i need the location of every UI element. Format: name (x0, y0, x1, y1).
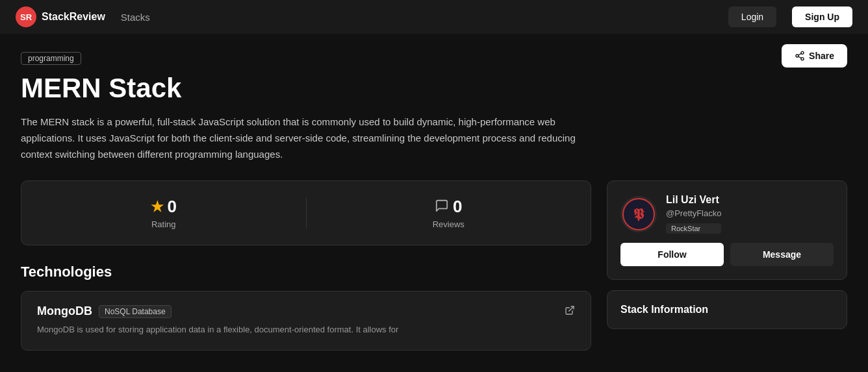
author-role-badge: RockStar (666, 223, 721, 234)
author-handle: @PrettyFlacko (666, 208, 721, 218)
logo-badge: SR (16, 6, 36, 27)
right-column: 𝕻 Lil Uzi Vert @PrettyFlacko RockStar Fo… (607, 180, 847, 329)
author-card: 𝕻 Lil Uzi Vert @PrettyFlacko RockStar Fo… (607, 180, 847, 280)
author-info: Lil Uzi Vert @PrettyFlacko RockStar (666, 194, 721, 234)
rating-stat: ★ 0 Rating (21, 197, 306, 229)
tech-tag: NoSQL Database (99, 305, 172, 318)
nav-stacks-link[interactable]: Stacks (121, 12, 150, 23)
tech-name: MongoDB (37, 304, 92, 318)
login-button[interactable]: Login (728, 6, 776, 27)
avatar: 𝕻 (620, 196, 657, 232)
stack-info-card: Stack Information (607, 290, 847, 329)
external-link-icon[interactable] (565, 305, 575, 318)
tech-name-row: MongoDB NoSQL Database (37, 304, 172, 318)
star-icon: ★ (151, 199, 164, 216)
rating-value-row: ★ 0 (151, 197, 177, 217)
technologies-heading: Technologies (21, 264, 591, 280)
stats-card: ★ 0 Rating 0 Reviews (21, 180, 591, 245)
stack-info-title: Stack Information (620, 304, 708, 315)
tech-header: MongoDB NoSQL Database (37, 304, 575, 318)
navbar: SR StackReview Stacks Login Sign Up (0, 0, 868, 34)
author-actions: Follow Message (620, 243, 834, 266)
signup-button[interactable]: Sign Up (792, 6, 852, 27)
page-description: The MERN stack is a powerful, full-stack… (21, 114, 586, 162)
page-content: programming MERN Stack The MERN stack is… (0, 34, 868, 369)
tech-description: MongoDB is used for storing application … (37, 323, 575, 337)
svg-line-5 (569, 306, 574, 311)
brand-name: StackReview (42, 11, 105, 23)
follow-button[interactable]: Follow (620, 243, 724, 266)
page-title: MERN Stack (21, 73, 847, 104)
reviews-stat: 0 Reviews (307, 197, 591, 229)
left-column: ★ 0 Rating 0 Reviews (21, 180, 591, 351)
page-tag[interactable]: programming (21, 52, 81, 65)
tech-card-mongodb: MongoDB NoSQL Database MongoDB is used f… (21, 291, 591, 351)
rating-label: Rating (151, 219, 176, 229)
author-name: Lil Uzi Vert (666, 194, 721, 206)
reviews-value-row: 0 (435, 197, 462, 217)
chat-icon (435, 199, 449, 215)
author-header: 𝕻 Lil Uzi Vert @PrettyFlacko RockStar (620, 194, 834, 234)
message-button[interactable]: Message (730, 243, 834, 266)
reviews-label: Reviews (433, 219, 465, 229)
two-column-layout: ★ 0 Rating 0 Reviews (21, 180, 847, 351)
logo: SR StackReview (16, 6, 105, 27)
